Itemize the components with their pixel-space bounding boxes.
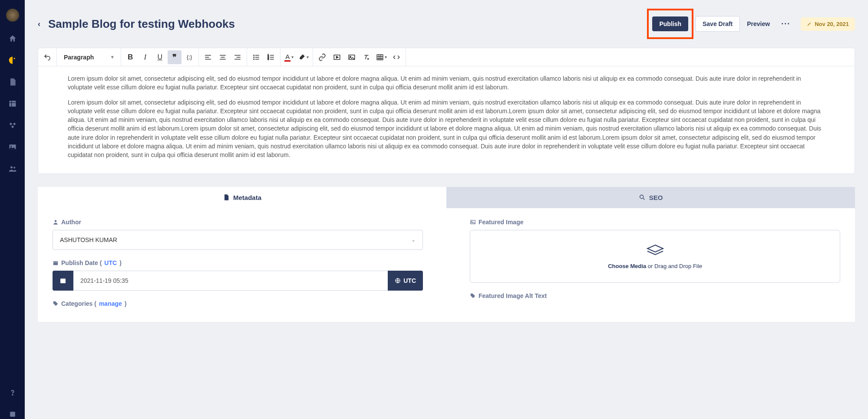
editor-body[interactable]: Lorem ipsum dolor sit amet, consectetur … xyxy=(38,66,855,173)
link-button[interactable] xyxy=(315,50,329,64)
date-pill[interactable]: Nov 20, 2021 xyxy=(801,17,855,31)
tab-metadata[interactable]: Metadata xyxy=(38,187,446,208)
clear-format-button[interactable] xyxy=(360,50,373,64)
author-select[interactable]: ASHUTOSH KUMAR ⌄ xyxy=(53,230,423,250)
tag-icon xyxy=(470,293,476,299)
svg-point-6 xyxy=(10,146,12,147)
meta-right-column: Featured Image Choose Media or Drag and … xyxy=(455,219,855,311)
page-icon[interactable] xyxy=(8,77,17,87)
tag-icon xyxy=(53,301,59,307)
video-button[interactable] xyxy=(330,50,344,64)
text-color-button[interactable]: A▾ xyxy=(283,50,295,64)
svg-rect-1 xyxy=(9,101,16,106)
featured-image-dropzone[interactable]: Choose Media or Drag and Drop File xyxy=(470,230,840,283)
users-icon[interactable] xyxy=(8,164,17,173)
user-icon xyxy=(53,219,59,225)
tab-seo[interactable]: SEO xyxy=(446,187,855,208)
svg-text:3: 3 xyxy=(268,58,269,60)
svg-point-7 xyxy=(10,166,13,168)
tab-seo-label: SEO xyxy=(649,194,663,201)
table-icon[interactable] xyxy=(8,99,17,108)
svg-point-22 xyxy=(55,220,57,222)
blockquote-button[interactable]: ❞ xyxy=(168,50,182,64)
chevron-down-icon: ▾ xyxy=(111,54,114,60)
blog-icon[interactable] xyxy=(8,56,17,65)
svg-point-12 xyxy=(254,57,254,58)
align-left-button[interactable] xyxy=(201,50,215,64)
save-draft-button[interactable]: Save Draft xyxy=(695,16,740,32)
image-icon xyxy=(470,219,476,225)
bold-button[interactable]: B xyxy=(123,50,137,64)
pencil-icon xyxy=(807,21,812,26)
highlight-button[interactable]: ▾ xyxy=(296,50,310,64)
more-button[interactable]: ··· xyxy=(777,16,795,32)
svg-point-0 xyxy=(13,58,15,59)
image-button[interactable] xyxy=(345,50,359,64)
collapse-icon[interactable] xyxy=(8,409,17,419)
italic-button[interactable]: I xyxy=(138,50,152,64)
svg-rect-20 xyxy=(377,55,383,60)
source-button[interactable] xyxy=(389,50,403,64)
publish-date-input-group: 2021-11-19 05:35 UTC xyxy=(53,271,423,291)
date-label: Nov 20, 2021 xyxy=(815,21,849,27)
globe-icon xyxy=(395,278,401,284)
alt-text-label: Featured Image Alt Text xyxy=(470,292,840,299)
numbered-list-button[interactable]: 123 xyxy=(264,50,278,64)
svg-point-2 xyxy=(10,123,12,125)
calendar-icon xyxy=(53,260,59,266)
page-header: ‹ Sample Blog for testing Webhooks Publi… xyxy=(38,9,855,39)
layers-icon xyxy=(645,243,666,257)
svg-rect-23 xyxy=(53,261,58,265)
svg-point-21 xyxy=(640,195,643,199)
block-style-select[interactable]: Paragraph ▾ xyxy=(59,54,119,61)
publish-button[interactable]: Publish xyxy=(652,16,688,31)
main-content: ‹ Sample Blog for testing Webhooks Publi… xyxy=(25,0,868,419)
calendar-addon[interactable] xyxy=(53,271,73,291)
modules-icon[interactable] xyxy=(8,121,17,130)
home-icon[interactable] xyxy=(8,34,17,43)
preview-button[interactable]: Preview xyxy=(740,16,777,31)
block-style-label: Paragraph xyxy=(64,54,94,61)
file-icon xyxy=(223,194,230,201)
metadata-panel: Author ASHUTOSH KUMAR ⌄ Publish Date ( U… xyxy=(38,208,855,322)
manage-link[interactable]: manage xyxy=(99,300,122,307)
code-button[interactable]: {;} xyxy=(182,50,196,64)
utc-addon[interactable]: UTC xyxy=(388,271,423,291)
svg-rect-10 xyxy=(10,412,15,417)
underline-button[interactable]: U xyxy=(153,50,167,64)
header-actions: Publish Save Draft Preview ··· Nov 20, 2… xyxy=(647,9,855,39)
publish-date-input[interactable]: 2021-11-19 05:35 xyxy=(73,271,388,291)
svg-point-8 xyxy=(13,167,15,168)
author-label: Author xyxy=(53,219,423,226)
back-button[interactable]: ‹ xyxy=(38,20,40,29)
categories-label: Categories (manage) xyxy=(53,300,423,307)
publish-highlight: Publish xyxy=(647,9,693,39)
calendar-icon xyxy=(59,277,66,284)
help-icon[interactable] xyxy=(8,388,17,397)
featured-image-label: Featured Image xyxy=(470,219,840,226)
editor-panel: Paragraph ▾ B I U ❞ {;} xyxy=(38,48,855,174)
tab-metadata-label: Metadata xyxy=(233,194,261,201)
table-button[interactable]: ▾ xyxy=(374,50,389,64)
undo-button[interactable] xyxy=(40,50,54,64)
sidebar xyxy=(0,0,25,419)
svg-point-9 xyxy=(12,394,13,395)
paragraph-1: Lorem ipsum dolor sit amet, consectetur … xyxy=(68,74,825,92)
align-right-button[interactable] xyxy=(231,50,244,64)
author-value: ASHUTOSH KUMAR xyxy=(60,236,117,243)
chevron-down-icon: ⌄ xyxy=(411,237,416,243)
svg-point-4 xyxy=(11,126,13,128)
editor-toolbar: Paragraph ▾ B I U ❞ {;} xyxy=(38,48,855,66)
svg-point-13 xyxy=(254,59,254,59)
svg-point-11 xyxy=(254,55,254,56)
publish-date-label: Publish Date ( UTC ) xyxy=(53,259,423,266)
align-center-button[interactable] xyxy=(216,50,230,64)
avatar[interactable] xyxy=(6,9,19,22)
meta-tabs: Metadata SEO xyxy=(38,187,855,208)
search-icon xyxy=(639,194,646,201)
bullet-list-button[interactable] xyxy=(249,50,263,64)
dropzone-text: Choose Media or Drag and Drop File xyxy=(483,263,827,269)
media-icon[interactable] xyxy=(8,142,17,152)
svg-point-3 xyxy=(13,123,15,125)
meta-left-column: Author ASHUTOSH KUMAR ⌄ Publish Date ( U… xyxy=(38,219,438,311)
